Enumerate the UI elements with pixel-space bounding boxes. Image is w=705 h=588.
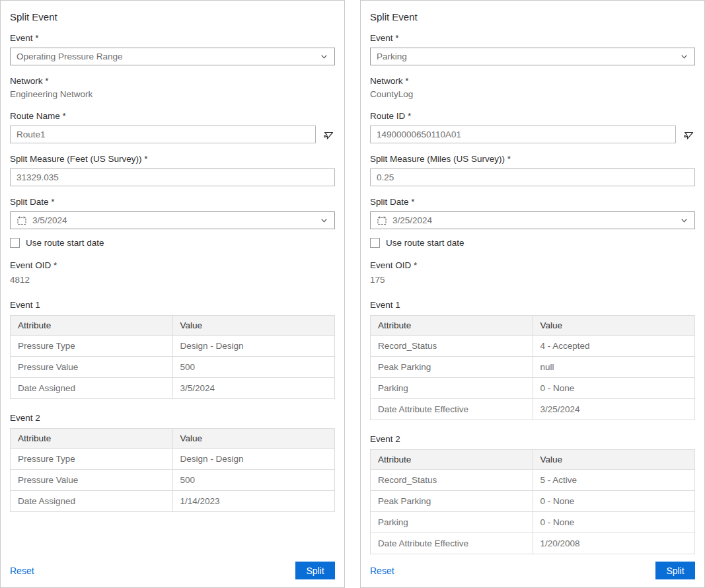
- network-value: CountyLog: [370, 89, 695, 100]
- event1-section-title: Event 1: [370, 300, 695, 310]
- table-row: Pressure Type Design - Design: [11, 449, 335, 470]
- attribute-cell: Pressure Type: [11, 336, 173, 357]
- event1-section-title: Event 1: [10, 300, 335, 310]
- route-input[interactable]: [10, 126, 316, 143]
- event2-section-title: Event 2: [10, 413, 335, 423]
- map-select-arrow-icon: [322, 129, 334, 141]
- measure-label: Split Measure (Miles (US Survey)) *: [370, 154, 695, 164]
- attribute-cell: Pressure Type: [11, 449, 173, 470]
- value-cell: 3/5/2024: [172, 378, 335, 399]
- split-date-value: 3/5/2024: [32, 215, 67, 225]
- route-label: Route ID *: [370, 111, 695, 121]
- attribute-cell: Pressure Value: [11, 470, 173, 491]
- chevron-down-icon: [320, 216, 328, 225]
- panel-footer: Reset Split: [10, 562, 335, 579]
- attribute-cell: Date Assigned: [11, 378, 173, 399]
- value-cell: 0 - None: [533, 512, 695, 533]
- table-row: Pressure Value 500: [11, 470, 335, 491]
- event-oid-value: 4812: [10, 274, 335, 286]
- chevron-down-icon: [320, 52, 328, 61]
- measure-input[interactable]: [370, 168, 695, 186]
- event-oid-value: 175: [370, 274, 695, 286]
- panel-title: Split Event: [370, 11, 695, 22]
- use-route-start-date-label: Use route start date: [26, 238, 104, 248]
- split-event-panel-left: Split Event Event * Operating Pressure R…: [0, 0, 345, 588]
- table-row: Peak Parking 0 - None: [371, 491, 695, 512]
- panel-title: Split Event: [10, 11, 335, 22]
- attribute-cell: Pressure Value: [11, 357, 173, 378]
- use-route-start-date-label: Use route start date: [386, 238, 464, 248]
- reset-button[interactable]: Reset: [10, 566, 34, 576]
- table-row: Parking 0 - None: [371, 378, 695, 399]
- event-oid-label: Event OID *: [370, 260, 695, 270]
- route-field-row: [10, 126, 335, 143]
- event1-attributes-table: Attribute Value Record_Status 4 - Accept…: [370, 315, 695, 420]
- value-cell: 5 - Active: [533, 470, 695, 491]
- use-route-start-date-row: Use route start date: [370, 238, 695, 248]
- measure-label: Split Measure (Feet (US Survey)) *: [10, 154, 335, 164]
- event-select[interactable]: Parking: [370, 48, 695, 65]
- network-value: Engineering Network: [10, 89, 335, 100]
- use-route-start-date-checkbox[interactable]: [370, 238, 380, 248]
- panel-footer: Reset Split: [370, 562, 695, 579]
- event-select-value: Parking: [377, 52, 675, 61]
- event-oid-label: Event OID *: [10, 260, 335, 270]
- split-event-widgets: Split Event Event * Operating Pressure R…: [0, 0, 705, 588]
- select-route-on-map-button[interactable]: [682, 128, 695, 141]
- column-header-value: Value: [172, 429, 335, 449]
- column-header-attribute: Attribute: [371, 316, 533, 336]
- table-row: Date Attribute Effective 1/20/2008: [371, 533, 695, 554]
- reset-button[interactable]: Reset: [370, 566, 394, 576]
- attribute-cell: Parking: [371, 512, 533, 533]
- route-field-row: [370, 126, 695, 143]
- attribute-cell: Date Attribute Effective: [371, 399, 533, 420]
- use-route-start-date-row: Use route start date: [10, 238, 335, 248]
- event-select[interactable]: Operating Pressure Range: [10, 48, 335, 65]
- table-row: Pressure Value 500: [11, 357, 335, 378]
- route-input[interactable]: [370, 126, 676, 143]
- attribute-cell: Parking: [371, 378, 533, 399]
- table-row: Peak Parking null: [371, 357, 695, 378]
- network-label: Network *: [370, 76, 695, 86]
- attribute-cell: Peak Parking: [371, 357, 533, 378]
- value-cell: 0 - None: [533, 378, 695, 399]
- table-row: Date Attribute Effective 3/25/2024: [371, 399, 695, 420]
- use-route-start-date-checkbox[interactable]: [10, 238, 20, 248]
- event2-attributes-table: Attribute Value Pressure Type Design - D…: [10, 428, 335, 512]
- attribute-cell: Record_Status: [371, 470, 533, 491]
- event2-section-title: Event 2: [370, 434, 695, 444]
- event-label: Event *: [10, 33, 335, 43]
- value-cell: Design - Design: [172, 336, 335, 357]
- value-cell: null: [533, 357, 695, 378]
- attribute-cell: Date Attribute Effective: [371, 533, 533, 554]
- map-select-arrow-icon: [683, 129, 694, 141]
- split-event-panel-right: Split Event Event * Parking Network * Co…: [360, 0, 705, 588]
- select-route-on-map-button[interactable]: [322, 128, 335, 141]
- table-row: Pressure Type Design - Design: [11, 336, 335, 357]
- split-button[interactable]: Split: [295, 562, 335, 579]
- value-cell: 3/25/2024: [533, 399, 695, 420]
- table-row: Date Assigned 3/5/2024: [11, 378, 335, 399]
- network-label: Network *: [10, 76, 335, 86]
- event-label: Event *: [370, 33, 695, 43]
- date-label: Split Date *: [10, 197, 335, 207]
- table-row: Record_Status 5 - Active: [371, 470, 695, 491]
- route-label: Route Name *: [10, 111, 335, 121]
- table-row: Record_Status 4 - Accepted: [371, 336, 695, 357]
- column-header-value: Value: [172, 316, 335, 336]
- attribute-cell: Record_Status: [371, 336, 533, 357]
- table-row: Parking 0 - None: [371, 512, 695, 533]
- calendar-icon: [377, 215, 387, 226]
- split-date-value: 3/25/2024: [392, 215, 432, 225]
- split-date-picker[interactable]: 3/25/2024: [370, 211, 695, 229]
- value-cell: 1/14/2023: [172, 491, 335, 512]
- split-button[interactable]: Split: [655, 562, 695, 579]
- event1-attributes-table: Attribute Value Pressure Type Design - D…: [10, 315, 335, 399]
- chevron-down-icon: [680, 52, 688, 61]
- value-cell: 4 - Accepted: [533, 336, 695, 357]
- measure-input[interactable]: [10, 168, 335, 186]
- split-date-picker[interactable]: 3/5/2024: [10, 211, 335, 229]
- event2-attributes-table: Attribute Value Record_Status 5 - Active…: [370, 449, 695, 554]
- value-cell: 500: [172, 470, 335, 491]
- event-select-value: Operating Pressure Range: [17, 52, 315, 61]
